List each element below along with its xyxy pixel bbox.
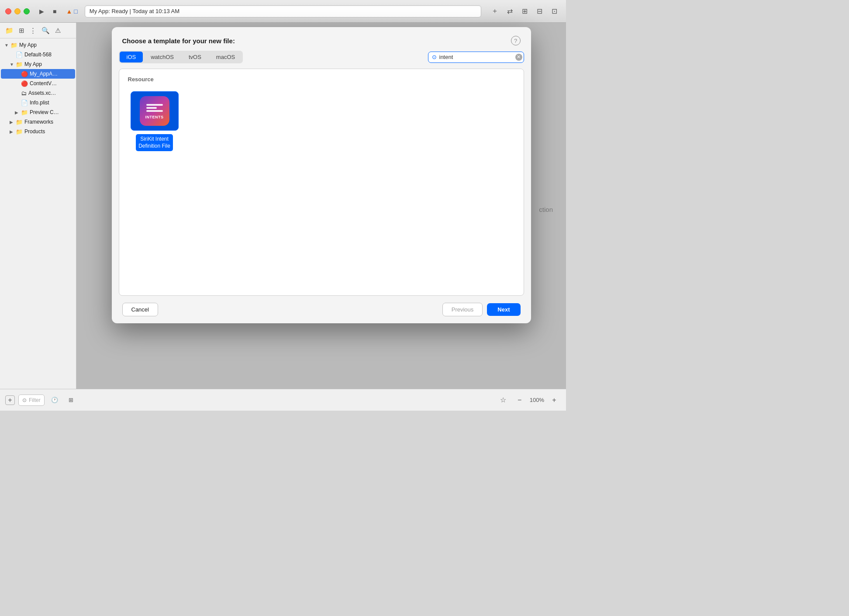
sidebar: 📁 ⊞ ⋮ 🔍 ⚠ ▼ 📁 My App 📄 Default-568 ▼ 📁	[0, 23, 76, 389]
add-button[interactable]: ＋	[488, 5, 501, 17]
modal-tabs-row: iOS watchOS tvOS macOS ⊙ ✕	[112, 51, 531, 69]
title-bar: ▶ ■ ▲ □ My App: Ready | Today at 10:13 A…	[0, 0, 566, 23]
maximize-button[interactable]	[24, 8, 30, 14]
tab-watchos[interactable]: watchOS	[144, 52, 181, 62]
card-label: SiriKit IntentDefinition File	[136, 134, 173, 151]
arrow-icon: ▶	[15, 110, 20, 115]
swift-file-icon: 🔴	[21, 80, 28, 87]
intents-line-3	[146, 110, 163, 112]
arrow-icon: ▼	[4, 43, 10, 48]
sidebar-item-label: Products	[24, 128, 45, 135]
add-item-button[interactable]: +	[5, 395, 15, 405]
search-clear-button[interactable]: ✕	[515, 54, 522, 61]
folder-yellow-icon: 📁	[21, 109, 28, 116]
cancel-button[interactable]: Cancel	[122, 303, 158, 316]
search-box: ⊙ ✕	[428, 52, 524, 63]
template-card-sirikit[interactable]: INTENTS SiriKit IntentDefinition File	[126, 88, 183, 155]
section-header: Resource	[126, 76, 517, 83]
sidebar-tree: ▼ 📁 My App 📄 Default-568 ▼ 📁 My App 🔴 My…	[0, 38, 76, 389]
filter-box: ⊙ Filter	[18, 395, 45, 406]
sidebar-warning-icon[interactable]: ⚠	[53, 26, 62, 35]
intents-line-2	[146, 107, 157, 109]
app-status-text: My App: Ready | Today at 10:13 AM	[90, 8, 179, 14]
modal-overlay: Choose a template for your new file: ? i…	[76, 23, 566, 389]
sidebar-item-my-app-root[interactable]: ▼ 📁 My App	[1, 40, 75, 50]
minimize-button[interactable]	[14, 8, 21, 14]
tab-macos[interactable]: macOS	[209, 52, 242, 62]
next-button[interactable]: Next	[487, 303, 520, 316]
zoom-plus-button[interactable]: +	[548, 394, 561, 406]
folder-yellow-icon: 📁	[16, 119, 23, 125]
help-button[interactable]: ?	[511, 36, 521, 45]
modal-header: Choose a template for your new file: ?	[112, 27, 531, 51]
tab-ios[interactable]: iOS	[120, 52, 143, 62]
close-button[interactable]	[5, 8, 11, 14]
sidebar-hierarchy-icon[interactable]: ⋮	[28, 26, 38, 35]
folder-blue-icon: 📁	[10, 42, 17, 48]
sidebar-folder-icon[interactable]: 📁	[3, 26, 15, 35]
folder-yellow-icon: 📁	[16, 61, 23, 68]
template-area: Resource	[119, 69, 524, 296]
filter-icon: ⊙	[22, 397, 27, 403]
previous-button[interactable]: Previous	[442, 303, 483, 316]
file-icon: 📄	[16, 52, 23, 58]
traffic-lights	[5, 8, 30, 14]
modal-title: Choose a template for your new file:	[122, 37, 235, 45]
content-area: ction Choose a template for your new fil…	[76, 23, 566, 389]
assets-icon: 🗂	[21, 90, 27, 97]
intents-label-text: INTENTS	[145, 115, 163, 119]
play-button[interactable]: ▶	[37, 6, 47, 17]
layout-button-3[interactable]: ⊡	[548, 5, 561, 17]
plist-icon: 📄	[21, 100, 28, 106]
stop-button[interactable]: ■	[50, 6, 59, 17]
arrow-icon: ▶	[10, 129, 15, 134]
filter-placeholder: Filter	[29, 397, 41, 403]
sidebar-item-label: My App	[19, 42, 37, 48]
main-layout: 📁 ⊞ ⋮ 🔍 ⚠ ▼ 📁 My App 📄 Default-568 ▼ 📁	[0, 23, 566, 389]
card-icon-wrapper: INTENTS	[131, 91, 179, 131]
back-forward-button[interactable]: ⇄	[503, 5, 516, 17]
sidebar-grid-icon[interactable]: ⊞	[17, 26, 26, 35]
new-file-modal: Choose a template for your new file: ? i…	[112, 27, 531, 323]
sidebar-search-icon[interactable]: 🔍	[40, 26, 52, 35]
sidebar-item-label: Assets.xc…	[28, 90, 56, 96]
search-icon: ⊙	[432, 54, 437, 60]
sidebar-item-frameworks[interactable]: ▶ 📁 Frameworks	[1, 117, 75, 127]
filter-button[interactable]: ⊞	[65, 394, 78, 406]
history-button[interactable]: 🕐	[48, 394, 61, 406]
intents-icon: INTENTS	[139, 95, 170, 127]
sidebar-item-products[interactable]: ▶ 📁 Products	[1, 127, 75, 136]
star-button[interactable]: ☆	[497, 394, 510, 406]
sidebar-item-contentv[interactable]: 🔴 ContentV…	[1, 79, 75, 88]
sidebar-item-info-plist[interactable]: 📄 Info.plist	[1, 98, 75, 107]
intents-lines	[146, 103, 163, 113]
sidebar-toolbar: 📁 ⊞ ⋮ 🔍 ⚠	[0, 23, 76, 38]
sidebar-item-label: My App	[24, 61, 42, 67]
sidebar-item-label: Preview C…	[30, 109, 59, 115]
arrow-icon: ▶	[10, 120, 15, 125]
folder-yellow-icon: 📁	[16, 128, 23, 135]
layout-button-2[interactable]: ⊟	[533, 5, 546, 17]
swift-file-icon: 🔴	[21, 71, 28, 77]
status-bar-right: ☆ − 100% +	[497, 394, 561, 406]
sidebar-item-label: Default-568	[24, 52, 52, 58]
template-grid: INTENTS SiriKit IntentDefinition File	[126, 88, 517, 155]
tab-tvos[interactable]: tvOS	[182, 52, 208, 62]
layout-button-1[interactable]: ⊞	[518, 5, 531, 17]
modal-footer: Cancel Previous Next	[112, 296, 531, 323]
zoom-minus-button[interactable]: −	[513, 394, 526, 406]
sidebar-item-my-app-group[interactable]: ▼ 📁 My App	[1, 59, 75, 69]
address-bar: My App: Ready | Today at 10:13 AM	[85, 5, 481, 17]
sidebar-item-myappa[interactable]: 🔴 My_AppA…	[1, 69, 75, 79]
sidebar-item-preview[interactable]: ▶ 📁 Preview C…	[1, 107, 75, 117]
search-input[interactable]	[439, 54, 513, 60]
tabs-container: iOS watchOS tvOS macOS	[119, 51, 243, 63]
toolbar-right: ＋ ⇄ ⊞ ⊟ ⊡	[488, 5, 561, 17]
sidebar-item-label: My_AppA…	[30, 71, 58, 77]
sidebar-item-label: ContentV…	[30, 80, 57, 87]
zoom-level: 100%	[530, 397, 544, 403]
arrow-icon: ▼	[10, 62, 15, 67]
sidebar-item-assets[interactable]: 🗂 Assets.xc…	[1, 88, 75, 98]
sidebar-item-label: Frameworks	[24, 119, 53, 125]
sidebar-item-default-568[interactable]: 📄 Default-568	[1, 50, 75, 59]
